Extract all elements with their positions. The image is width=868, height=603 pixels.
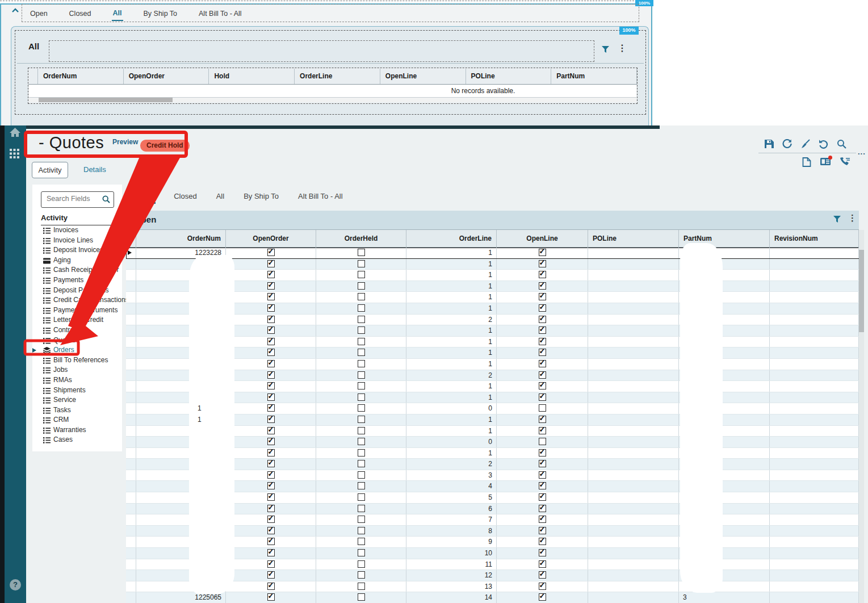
- checkbox-openline[interactable]: [539, 316, 546, 323]
- vertical-scrollbar-thumb[interactable]: [859, 250, 864, 332]
- checkbox-orderheld[interactable]: [358, 538, 365, 545]
- checkbox-orderheld[interactable]: [358, 282, 365, 290]
- checkbox-orderheld[interactable]: [358, 371, 365, 379]
- view-tab-alt-bill-to-all[interactable]: Alt Bill To - All: [297, 190, 344, 204]
- sidebar-item-bill-to-references[interactable]: Bill To References: [32, 355, 122, 366]
- overlay-tab-closed[interactable]: Closed: [68, 6, 93, 20]
- checkbox-openorder[interactable]: [267, 538, 275, 545]
- column-header-orderheld[interactable]: OrderHeld: [316, 230, 406, 247]
- overlay-tab-alt-bill-to-all[interactable]: Alt Bill To - All: [198, 6, 243, 20]
- grid-row[interactable]: 1: [126, 426, 859, 437]
- grid-row[interactable]: 1: [126, 281, 859, 292]
- sidebar-item-deposit-payments[interactable]: Deposit Payments: [32, 286, 122, 296]
- grid-row[interactable]: 3: [126, 470, 859, 481]
- checkbox-openline[interactable]: [539, 416, 546, 423]
- checkbox-openorder[interactable]: [267, 482, 275, 489]
- checkbox-openorder[interactable]: [267, 360, 275, 367]
- overflow-menu-button[interactable]: ...: [858, 148, 866, 156]
- checkbox-openorder[interactable]: [267, 571, 275, 579]
- checkbox-openline[interactable]: [539, 583, 546, 590]
- checkbox-openorder[interactable]: [267, 326, 275, 334]
- checkbox-openorder[interactable]: [267, 449, 275, 457]
- grid-row[interactable]: 1: [126, 292, 859, 303]
- grid-row[interactable]: 2: [126, 459, 859, 470]
- checkbox-orderheld[interactable]: [358, 382, 365, 390]
- checkbox-openline[interactable]: [539, 404, 546, 412]
- sidebar-item-tasks[interactable]: Tasks: [32, 405, 122, 416]
- grid-row[interactable]: 5: [126, 492, 859, 504]
- grid-row[interactable]: 12232281: [126, 248, 859, 259]
- checkbox-openline[interactable]: [539, 571, 546, 579]
- checkbox-openorder[interactable]: [267, 516, 275, 523]
- sidebar-item-crm[interactable]: CRM: [32, 415, 122, 425]
- search-button[interactable]: [837, 139, 846, 149]
- checkbox-orderheld[interactable]: [358, 260, 365, 267]
- grid-row[interactable]: 1: [126, 359, 859, 370]
- checkbox-openline[interactable]: [539, 438, 546, 445]
- checkbox-openline[interactable]: [539, 538, 546, 545]
- checkbox-orderheld[interactable]: [358, 349, 365, 356]
- tab-activity[interactable]: Activity: [32, 162, 68, 178]
- sidebar-item-jobs[interactable]: Jobs: [32, 365, 122, 375]
- checkbox-orderheld[interactable]: [358, 316, 365, 323]
- checkbox-openorder[interactable]: [267, 549, 275, 556]
- checkbox-orderheld[interactable]: [358, 427, 365, 434]
- checkbox-orderheld[interactable]: [358, 360, 365, 367]
- checkbox-openline[interactable]: [539, 516, 546, 523]
- checkbox-openorder[interactable]: [267, 249, 275, 256]
- grid-row[interactable]: 10: [126, 403, 859, 414]
- checkbox-openorder[interactable]: [267, 527, 275, 534]
- view-tab-by-ship-to[interactable]: By Ship To: [242, 190, 280, 204]
- column-header-poline[interactable]: POLine: [588, 230, 679, 247]
- column-header-ordernum[interactable]: OrderNum: [136, 230, 226, 247]
- checkbox-openline[interactable]: [539, 549, 546, 556]
- grid-row[interactable]: 1225065143: [126, 592, 859, 603]
- checkbox-openorder[interactable]: [267, 416, 275, 423]
- grid-row[interactable]: 12: [126, 570, 859, 581]
- checkbox-openline[interactable]: [539, 304, 546, 312]
- checkbox-openorder[interactable]: [267, 471, 275, 479]
- checkbox-orderheld[interactable]: [358, 460, 365, 467]
- checkbox-orderheld[interactable]: [358, 449, 365, 457]
- checkbox-openorder[interactable]: [267, 293, 275, 300]
- collapse-chevron-icon[interactable]: [11, 7, 19, 13]
- checkbox-openorder[interactable]: [267, 505, 275, 512]
- checkbox-orderheld[interactable]: [358, 583, 365, 590]
- checkbox-openline[interactable]: [539, 293, 546, 300]
- sidebar-item-shipments[interactable]: Shipments: [32, 386, 122, 396]
- column-header-openline[interactable]: OpenLine: [380, 69, 466, 84]
- sidebar-item-rmas[interactable]: RMAs: [32, 375, 122, 386]
- sidebar-item-payments[interactable]: Payments: [32, 275, 122, 286]
- expand-arrow-icon[interactable]: [32, 348, 36, 353]
- kebab-menu-icon[interactable]: ⋮: [618, 43, 627, 53]
- sidebar-item-orders[interactable]: Orders: [32, 345, 122, 355]
- new-document-icon[interactable]: [802, 157, 811, 167]
- grid-row[interactable]: 2: [126, 315, 859, 326]
- grid-row[interactable]: 10: [126, 548, 859, 559]
- checkbox-openline[interactable]: [539, 482, 546, 489]
- sidebar-item-service[interactable]: Service: [32, 395, 122, 405]
- grid-row[interactable]: 0: [126, 437, 859, 448]
- apps-grid-icon[interactable]: [10, 149, 19, 158]
- grid-row[interactable]: 11: [126, 414, 859, 426]
- grid-row[interactable]: 1: [126, 303, 859, 315]
- grid-row[interactable]: 1: [126, 347, 859, 359]
- checkbox-orderheld[interactable]: [358, 338, 365, 345]
- sidebar-item-invoice-lines[interactable]: Invoice Lines: [32, 236, 122, 246]
- clear-button[interactable]: [800, 139, 810, 149]
- sidebar-item-invoices[interactable]: Invoices: [32, 225, 122, 236]
- checkbox-openorder[interactable]: [267, 260, 275, 267]
- checkbox-orderheld[interactable]: [358, 549, 365, 556]
- grid-row[interactable]: 6: [126, 504, 859, 515]
- checkbox-openorder[interactable]: [267, 382, 275, 390]
- save-button[interactable]: [764, 139, 774, 149]
- view-tab-all[interactable]: All: [215, 190, 225, 204]
- checkbox-openline[interactable]: [539, 460, 546, 467]
- checkbox-orderheld[interactable]: [358, 438, 365, 445]
- checkbox-openorder[interactable]: [267, 438, 275, 445]
- column-header-orderline[interactable]: OrderLine: [295, 69, 380, 84]
- tab-details[interactable]: Details: [83, 165, 106, 174]
- checkbox-openline[interactable]: [539, 282, 546, 290]
- overlay-tab-open[interactable]: Open: [29, 6, 49, 20]
- checkbox-openorder[interactable]: [267, 593, 275, 601]
